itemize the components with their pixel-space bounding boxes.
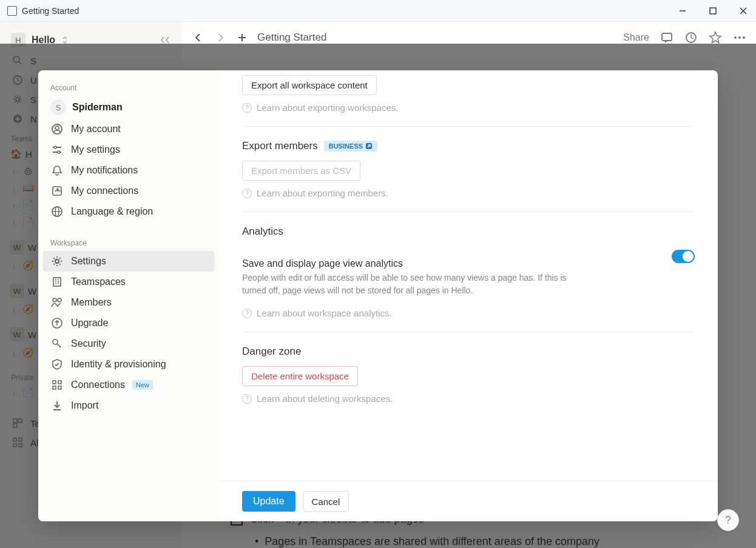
profile-name: Spiderman	[72, 102, 123, 113]
globe-icon	[50, 205, 64, 218]
sidebar-item-identity[interactable]: Identity & provisioning	[43, 354, 214, 375]
help-icon: ?	[242, 189, 252, 198]
help-icon: ?	[242, 103, 252, 113]
sidebar-item-teamspaces[interactable]: Teamspaces	[43, 272, 214, 292]
divider	[242, 332, 695, 332]
key-icon	[50, 337, 64, 350]
sidebar-item-my-connections[interactable]: My connections	[43, 181, 214, 201]
svg-point-40	[58, 298, 61, 302]
svg-rect-44	[58, 381, 61, 384]
sliders-icon	[50, 143, 64, 156]
analytics-heading: Analytics	[242, 226, 695, 238]
sidebar-item-my-settings[interactable]: My settings	[43, 139, 214, 160]
help-fab[interactable]: ?	[717, 509, 739, 531]
svg-point-31	[55, 259, 59, 263]
grid-icon	[50, 378, 64, 392]
divider	[242, 126, 695, 127]
svg-rect-32	[53, 278, 61, 286]
modal-footer: Update Cancel	[219, 481, 718, 521]
breadcrumb[interactable]: Getting Started	[257, 32, 326, 44]
window-title: Getting Started	[22, 6, 79, 16]
nav-back-icon[interactable]	[192, 31, 205, 44]
profile-avatar: S	[50, 99, 66, 115]
app-icon	[7, 6, 17, 16]
svg-point-20	[743, 36, 745, 39]
modal-content: Export all workspace content ? Learn abo…	[219, 70, 718, 521]
delete-workspace-button[interactable]: Delete entire workspace	[242, 366, 358, 386]
modal-section-workspace: Workspace	[43, 233, 214, 251]
settings-modal: Account S Spiderman My account My settin…	[38, 70, 718, 521]
business-badge: BUSINESS	[324, 141, 377, 152]
maximize-button[interactable]	[707, 5, 718, 16]
export-members-heading: Export members BUSINESS	[242, 140, 695, 152]
comments-icon[interactable]	[660, 31, 673, 44]
svg-point-42	[53, 339, 58, 344]
modal-overlay[interactable]: Account S Spiderman My account My settin…	[0, 44, 756, 548]
shield-icon	[50, 358, 64, 371]
link-icon	[50, 184, 64, 198]
more-icon[interactable]	[733, 31, 746, 44]
learn-delete-link[interactable]: ? Learn about deleting workspaces.	[242, 393, 695, 404]
sidebar-item-upgrade[interactable]: Upgrade	[43, 313, 214, 333]
modal-sidebar: Account S Spiderman My account My settin…	[38, 70, 219, 521]
analytics-toggle[interactable]	[672, 250, 695, 263]
sidebar-item-label: Upgrade	[71, 318, 108, 329]
learn-export-link[interactable]: ? Learn about exporting workspaces.	[242, 102, 695, 113]
sidebar-item-label: My account	[71, 124, 121, 135]
sidebar-item-label: Identity & provisioning	[71, 359, 166, 370]
close-button[interactable]	[738, 5, 749, 16]
update-button[interactable]: Update	[242, 491, 295, 512]
sidebar-item-label: My settings	[71, 144, 120, 155]
divider	[242, 212, 695, 212]
export-members-button[interactable]: Export members as CSV	[242, 161, 360, 181]
svg-rect-16	[662, 33, 672, 41]
minimize-button[interactable]	[677, 5, 688, 16]
learn-analytics-link[interactable]: ? Learn about workspace analytics.	[242, 308, 695, 318]
sidebar-item-my-notifications[interactable]: My notifications	[43, 160, 214, 181]
help-icon: ?	[242, 309, 252, 318]
sidebar-item-connections[interactable]: Connections New	[43, 375, 214, 395]
learn-members-link[interactable]: ? Learn about exporting members.	[242, 188, 695, 198]
sidebar-item-label: Language & region	[71, 206, 153, 217]
window-titlebar: Getting Started	[0, 0, 756, 22]
help-icon: ?	[242, 394, 252, 404]
gear-icon	[50, 255, 64, 268]
cancel-button[interactable]: Cancel	[303, 491, 349, 512]
svg-rect-46	[58, 386, 61, 389]
clock-icon[interactable]	[684, 31, 698, 44]
bell-icon	[50, 164, 64, 177]
new-badge: New	[132, 380, 153, 390]
svg-point-18	[734, 36, 737, 39]
sidebar-item-members[interactable]: Members	[43, 292, 214, 313]
svg-point-19	[738, 36, 741, 39]
svg-point-22	[55, 126, 59, 130]
building-icon	[50, 275, 64, 289]
import-icon	[50, 399, 64, 412]
sidebar-item-label: My connections	[71, 185, 138, 196]
danger-heading: Danger zone	[242, 346, 695, 358]
star-icon[interactable]	[709, 31, 722, 44]
sidebar-item-import[interactable]: Import	[43, 395, 214, 416]
svg-point-26	[58, 151, 60, 153]
sidebar-item-language[interactable]: Language & region	[43, 201, 214, 222]
svg-rect-43	[53, 381, 56, 384]
share-button[interactable]: Share	[623, 32, 649, 43]
svg-point-39	[53, 298, 56, 302]
sidebar-item-label: Security	[71, 338, 106, 349]
sidebar-item-label: Members	[71, 297, 112, 308]
sidebar-item-security[interactable]: Security	[43, 333, 214, 354]
profile-row: S Spiderman	[43, 96, 214, 119]
export-all-button[interactable]: Export all workspace content	[242, 75, 377, 95]
nav-forward-icon[interactable]	[214, 31, 227, 44]
svg-rect-1	[710, 8, 716, 14]
sidebar-item-label: My notifications	[71, 165, 138, 176]
sidebar-item-settings[interactable]: Settings	[43, 251, 214, 272]
analytics-description: People with edit or full access will be …	[242, 272, 582, 297]
sidebar-item-my-account[interactable]: My account	[43, 119, 214, 139]
new-page-icon[interactable]	[235, 31, 249, 44]
modal-section-account: Account	[43, 78, 214, 96]
members-icon	[50, 296, 64, 309]
sidebar-item-label: Settings	[71, 256, 106, 267]
upgrade-icon	[50, 316, 64, 330]
sidebar-item-label: Connections	[71, 379, 125, 390]
